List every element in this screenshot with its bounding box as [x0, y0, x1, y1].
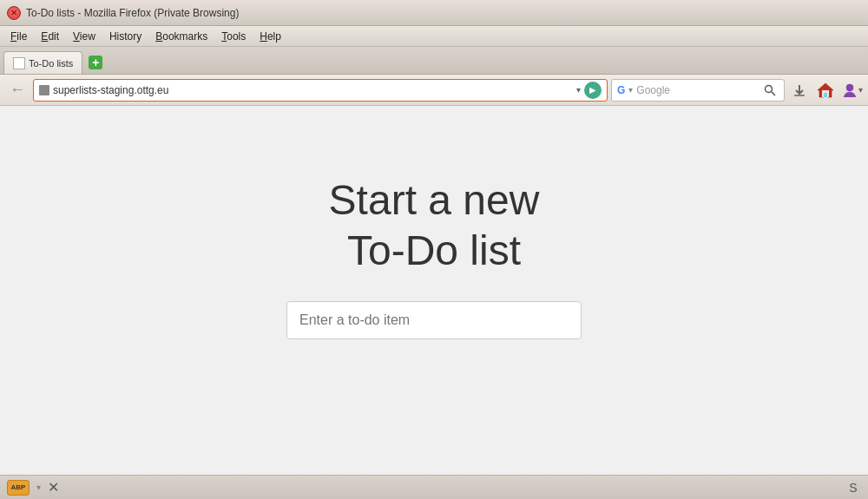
svg-point-7 [846, 84, 853, 91]
menu-edit[interactable]: Edit [34, 29, 66, 44]
address-dropdown-icon[interactable]: ▾ [576, 85, 581, 95]
stop-button[interactable]: ✕ [48, 479, 59, 496]
menu-bookmarks[interactable]: Bookmarks [148, 29, 214, 44]
content-card: Start a new To-Do list [226, 123, 642, 391]
search-engine-dropdown[interactable]: ▾ [628, 85, 633, 95]
download-button[interactable] [788, 79, 811, 102]
menu-tools[interactable]: Tools [214, 29, 253, 44]
active-tab[interactable]: To-Do lists [3, 51, 82, 74]
persona-button[interactable]: ▾ [840, 79, 863, 102]
persona-status-icon: S [845, 480, 861, 496]
svg-rect-6 [824, 93, 827, 97]
tab-bar: To-Do lists + [0, 47, 868, 75]
close-button[interactable]: ✕ [7, 6, 21, 20]
menu-file[interactable]: File [3, 29, 34, 44]
back-button[interactable]: ← [5, 78, 30, 102]
new-tab-button[interactable]: + [86, 53, 105, 72]
window-title: To-Do lists - Mozilla Firefox (Private B… [26, 7, 239, 19]
heading-line2: To-Do list [347, 227, 521, 273]
menu-history[interactable]: History [102, 29, 148, 44]
address-bar[interactable]: superlists-staging.ottg.eu ▾ ▶ [33, 79, 608, 102]
site-favicon [39, 85, 49, 95]
page-content: Start a new To-Do list [0, 106, 868, 475]
search-engine-icon: G [617, 84, 625, 96]
menu-help[interactable]: Help [253, 29, 288, 44]
tab-label: To-Do lists [29, 58, 73, 69]
tab-favicon [13, 57, 25, 69]
go-button[interactable]: ▶ [584, 82, 602, 99]
search-button[interactable] [761, 82, 779, 99]
main-heading: Start a new To-Do list [329, 175, 540, 275]
status-bar: ABP ▾ ✕ S [0, 475, 868, 499]
todo-input[interactable] [286, 301, 582, 339]
home-button[interactable] [814, 79, 837, 102]
adblock-dropdown[interactable]: ▾ [36, 483, 41, 492]
title-bar-left: ✕ To-Do lists - Mozilla Firefox (Private… [7, 6, 239, 20]
address-text: superlists-staging.ottg.eu [53, 84, 573, 96]
new-tab-icon: + [89, 56, 102, 69]
adblock-badge[interactable]: ABP [7, 480, 30, 496]
menu-view[interactable]: View [66, 29, 102, 44]
search-placeholder: Google [636, 84, 758, 96]
nav-bar: ← superlists-staging.ottg.eu ▾ ▶ G ▾ Goo… [0, 75, 868, 106]
search-bar[interactable]: G ▾ Google [611, 79, 785, 102]
svg-point-0 [766, 85, 773, 92]
title-bar: ✕ To-Do lists - Mozilla Firefox (Private… [0, 0, 868, 26]
svg-line-1 [772, 91, 776, 95]
heading-line1: Start a new [329, 177, 540, 223]
menu-bar: File Edit View History Bookmarks Tools H… [0, 26, 868, 47]
